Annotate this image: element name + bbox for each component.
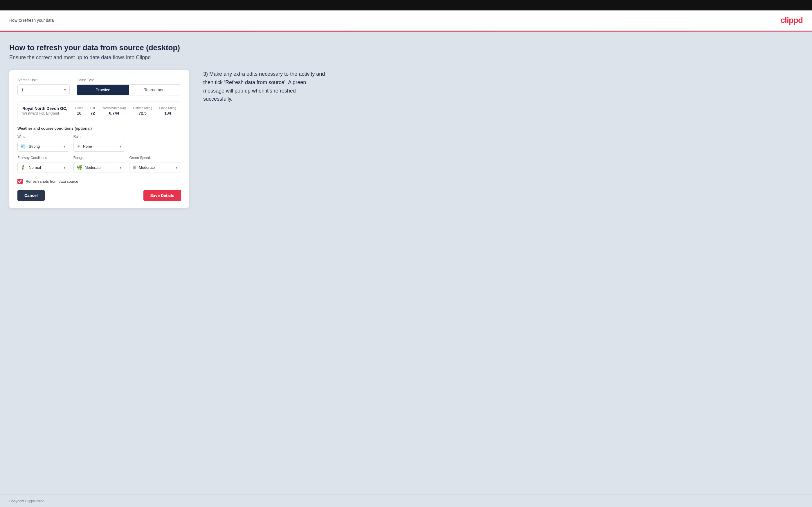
course-location: Westward Ho!, England — [22, 111, 67, 115]
fairway-icon: 🏌 — [20, 165, 27, 170]
stat-holes: Holes 18 — [75, 106, 83, 115]
practice-button[interactable]: Practice — [77, 85, 129, 95]
green-speed-label: Green Speed — [129, 156, 181, 160]
green-speed-select[interactable]: ⚙ Moderate ▼ — [129, 162, 181, 173]
conditions-grid: Wind 💨 Strong ▼ Rain ☀ None ▼ — [17, 134, 181, 173]
stat-yards: Yards/White (M)) 6,744 — [102, 106, 126, 115]
starting-hole-group: Starting Hole 1 ▼ — [17, 78, 70, 96]
page-heading: How to refresh your data from source (de… — [9, 43, 803, 52]
logo: clippd — [781, 16, 803, 25]
header: How to refresh your data clippd — [0, 10, 812, 31]
stat-yards-label: Yards/White (M)) — [102, 106, 126, 110]
stat-course-rating-label: Course rating — [133, 106, 152, 110]
stat-slope-rating-value: 134 — [164, 111, 171, 115]
stat-course-rating-value: 72.5 — [139, 111, 147, 115]
rain-value: None — [83, 144, 119, 149]
refresh-checkbox[interactable] — [17, 179, 22, 184]
main-content: How to refresh your data from source (de… — [0, 32, 812, 495]
stat-holes-label: Holes — [75, 106, 83, 110]
rain-label: Rain — [73, 134, 125, 138]
stat-par-value: 72 — [91, 111, 95, 115]
green-speed-group: Green Speed ⚙ Moderate ▼ — [129, 156, 181, 173]
stat-yards-value: 6,744 — [109, 111, 119, 115]
wind-chevron: ▼ — [63, 145, 66, 148]
cancel-button[interactable]: Cancel — [17, 190, 45, 201]
course-info-box: Royal North Devon GC, Westward Ho!, Engl… — [17, 101, 181, 120]
rough-group: Rough 🌿 Moderate ▼ — [73, 156, 125, 173]
fairway-chevron: ▼ — [63, 166, 66, 169]
stat-slope-rating: Slope rating 134 — [159, 106, 176, 115]
green-speed-value: Moderate — [139, 165, 175, 170]
fairway-label: Fairway Conditions — [17, 156, 69, 160]
wind-icon: 💨 — [20, 144, 27, 149]
rough-chevron: ▼ — [119, 166, 122, 169]
wind-value: Strong — [29, 144, 63, 149]
rain-icon: ☀ — [77, 144, 81, 149]
header-title: How to refresh your data — [9, 18, 54, 22]
form-row-top: Starting Hole 1 ▼ Game Type Practice Tou… — [17, 78, 181, 96]
wind-group: Wind 💨 Strong ▼ — [17, 134, 69, 152]
stat-slope-rating-label: Slope rating — [159, 106, 176, 110]
starting-hole-select[interactable]: 1 — [17, 84, 70, 96]
course-stats: Holes 18 Par 72 Yards/White (M)) 6,744 C… — [75, 106, 176, 115]
rough-value: Moderate — [85, 165, 119, 170]
button-row: Cancel Save Details — [17, 190, 181, 201]
conditions-section-title: Weather and course conditions (optional) — [17, 126, 181, 130]
fairway-value: Normal — [29, 165, 63, 170]
rough-icon: 🌿 — [77, 165, 83, 170]
rain-chevron: ▼ — [119, 145, 122, 148]
course-details: Royal North Devon GC, Westward Ho!, Engl… — [22, 106, 67, 115]
tournament-button[interactable]: Tournament — [129, 85, 181, 95]
wind-select[interactable]: 💨 Strong ▼ — [17, 141, 69, 152]
content-row: Starting Hole 1 ▼ Game Type Practice Tou… — [9, 70, 803, 208]
conditions-row-1: Wind 💨 Strong ▼ Rain ☀ None ▼ — [17, 134, 181, 152]
starting-hole-label: Starting Hole — [17, 78, 70, 82]
starting-hole-select-wrapper[interactable]: 1 ▼ — [17, 84, 70, 96]
stat-par-label: Par — [90, 106, 95, 110]
footer-copyright: Copyright Clippd 2022 — [9, 499, 44, 503]
edit-card: Starting Hole 1 ▼ Game Type Practice Tou… — [9, 70, 189, 208]
fairway-select[interactable]: 🏌 Normal ▼ — [17, 162, 69, 173]
stat-holes-value: 18 — [77, 111, 82, 115]
refresh-checkbox-row: Refresh shots from data source — [17, 179, 181, 184]
footer: Copyright Clippd 2022 — [0, 495, 812, 507]
fairway-group: Fairway Conditions 🏌 Normal ▼ — [17, 156, 69, 173]
conditions-row-2: Fairway Conditions 🏌 Normal ▼ Rough 🌿 Mo… — [17, 156, 181, 173]
refresh-checkbox-label: Refresh shots from data source — [26, 179, 78, 184]
rain-group: Rain ☀ None ▼ — [73, 134, 125, 152]
stat-course-rating: Course rating 72.5 — [133, 106, 152, 115]
top-bar — [0, 0, 812, 10]
game-type-group: Game Type Practice Tournament — [77, 78, 181, 96]
stat-par: Par 72 — [90, 106, 95, 115]
side-instruction-text: 3) Make any extra edits necessary to the… — [203, 70, 325, 103]
page-subheading: Ensure the correct and most up to date d… — [9, 55, 803, 61]
course-name: Royal North Devon GC, — [22, 106, 67, 111]
green-speed-chevron: ▼ — [175, 166, 178, 169]
side-instruction-container: 3) Make any extra edits necessary to the… — [203, 70, 325, 103]
rough-label: Rough — [73, 156, 125, 160]
wind-label: Wind — [17, 134, 69, 138]
save-details-button[interactable]: Save Details — [143, 190, 182, 201]
game-type-toggle: Practice Tournament — [77, 84, 181, 96]
rain-select[interactable]: ☀ None ▼ — [73, 141, 125, 152]
game-type-label: Game Type — [77, 78, 181, 82]
rough-select[interactable]: 🌿 Moderate ▼ — [73, 162, 125, 173]
green-speed-icon: ⚙ — [133, 165, 137, 170]
